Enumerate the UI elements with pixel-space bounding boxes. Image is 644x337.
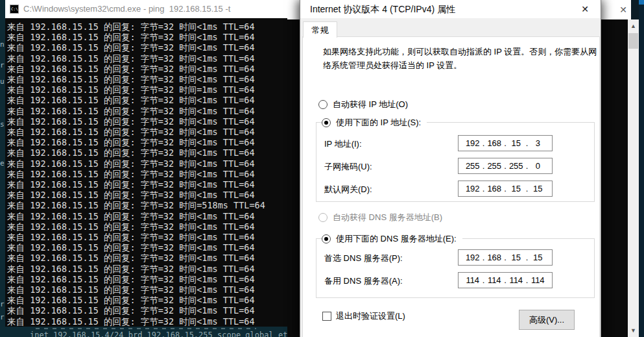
behind-window-scrollbar[interactable]: ▲ ▼	[628, 19, 639, 337]
validate-settings-row: 退出时验证设置(L)	[322, 310, 405, 322]
dialog-title: Internet 协议版本 4 (TCP/IPv4) 属性	[310, 4, 455, 16]
field-label: 子网掩码(U):	[324, 161, 372, 173]
background-terminal-text: inet 192.168.15.4/24 brd 192.168.15.255 …	[30, 331, 297, 337]
ip-octet[interactable]: 114	[486, 275, 504, 285]
ping-reply-line: 来自 192.168.15.15 的回复: 字节=32 时间<1ms TTL=6…	[7, 179, 287, 190]
ip-address-input[interactable]: 255.255.255.0	[458, 158, 553, 174]
radio-icon[interactable]	[318, 100, 328, 109]
radio-manual-ip-label: 使用下面的 IP 地址(S):	[336, 117, 421, 129]
ping-reply-line: 来自 192.168.15.15 的回复: 字节=32 时间<1ms TTL=6…	[7, 53, 287, 64]
ip-octet[interactable]: 15	[529, 253, 547, 262]
radio-auto-ip[interactable]: 自动获得 IP 地址(O)	[318, 99, 408, 110]
ping-reply-line: 来自 192.168.15.15 的回复: 字节=32 时间<1ms TTL=6…	[7, 316, 287, 327]
ip-address-input[interactable]: 192.168.15.15	[458, 181, 553, 197]
scroll-up-icon[interactable]: ▲	[628, 21, 639, 32]
ip-octet[interactable]: 168	[486, 253, 504, 262]
cmd-titlebar[interactable]: C:\ C:\Windows\system32\cmd.exe - ping 1…	[5, 0, 287, 18]
ip-address-input[interactable]: 114.114.114.114	[458, 272, 553, 288]
ping-reply-line: 来自 192.168.15.15 的回复: 字节=32 时间=1ms TTL=6…	[7, 84, 287, 95]
ping-reply-line: 来自 192.168.15.15 的回复: 字节=32 时间<1ms TTL=6…	[7, 253, 287, 263]
ip-octet[interactable]: 114	[464, 275, 482, 285]
ping-reply-line: 来自 192.168.15.15 的回复: 字节=32 时间<1ms TTL=6…	[7, 127, 287, 137]
radio-auto-ip-label: 自动获得 IP 地址(O)	[333, 99, 408, 110]
background-right-edge-strip	[639, 0, 644, 337]
ip-octet[interactable]: 255	[464, 161, 482, 171]
ping-reply-line: 来自 192.168.15.15 的回复: 字节=32 时间<1ms TTL=6…	[7, 64, 287, 74]
cmd-output[interactable]: 来自 192.168.15.15 的回复: 字节=32 时间<1ms TTL=6…	[5, 18, 287, 327]
ip-octet[interactable]: 255	[507, 161, 525, 171]
tab-strip: 常规	[300, 18, 601, 37]
ping-reply-line: 来自 192.168.15.15 的回复: 字节=32 时间<1ms TTL=6…	[7, 169, 287, 179]
ip-octet[interactable]: 3	[529, 138, 547, 148]
ping-reply-line: 来自 192.168.15.15 的回复: 字节=32 时间<1ms TTL=6…	[7, 221, 287, 232]
background-terminal-left-strip: nruserr	[0, 0, 5, 337]
dialog-titlebar[interactable]: Internet 协议版本 4 (TCP/IPv4) 属性 ✕	[300, 0, 601, 18]
ping-reply-line: 来自 192.168.15.15 的回复: 字节=32 时间<1ms TTL=6…	[7, 106, 287, 116]
background-terminal-letter: n	[0, 40, 5, 49]
dns-settings-group: 使用下面的 DNS 服务器地址(E): 首选 DNS 服务器(P):192.16…	[316, 238, 595, 298]
ping-reply-line: 来自 192.168.15.15 的回复: 字节=32 时间<1ms TTL=6…	[7, 284, 287, 295]
ip-octet[interactable]: 15	[507, 184, 525, 193]
radio-selected-icon[interactable]	[322, 118, 331, 127]
field-label: 备用 DNS 服务器(A):	[324, 275, 403, 287]
ip-address-input[interactable]: 192.168.15.15	[458, 249, 553, 266]
ping-reply-line: 来自 192.168.15.15 的回复: 字节=32 时间<1ms TTL=6…	[7, 305, 287, 316]
ip-octet[interactable]: 168	[486, 138, 504, 148]
ip-octet[interactable]: 255	[486, 161, 504, 171]
ping-reply-line: 来自 192.168.15.15 的回复: 字节=32 时间<1ms TTL=6…	[7, 158, 287, 169]
ping-reply-line: 来自 192.168.15.15 的回复: 字节=32 时间<1ms TTL=6…	[7, 190, 287, 200]
ip-octet[interactable]: 15	[507, 138, 525, 148]
ip-settings-group: 使用下面的 IP 地址(S): IP 地址(I):192.168.15.3子网掩…	[316, 122, 595, 202]
ip-octet[interactable]: 168	[486, 184, 504, 193]
ip-octet[interactable]: 114	[529, 275, 547, 285]
cmd-window: C:\ C:\Windows\system32\cmd.exe - ping 1…	[5, 0, 287, 327]
ip-address-input[interactable]: 192.168.15.3	[458, 135, 553, 151]
field-label: 首选 DNS 服务器(P):	[324, 253, 403, 264]
tab-page-general: 如果网络支持此功能，则可以获取自动指派的 IP 设置。否则，你需要从网 络系统管…	[302, 36, 600, 337]
description-line-1: 如果网络支持此功能，则可以获取自动指派的 IP 设置。否则，你需要从网	[323, 45, 597, 58]
radio-selected-icon[interactable]	[322, 234, 331, 243]
radio-auto-dns-label: 自动获得 DNS 服务器地址(B)	[333, 212, 442, 223]
radio-disabled-icon[interactable]	[318, 213, 328, 222]
description-line-2: 络系统管理员处获得适当的 IP 设置。	[323, 58, 462, 72]
background-terminal-letter: e	[0, 159, 5, 168]
radio-auto-dns[interactable]: 自动获得 DNS 服务器地址(B)	[318, 212, 442, 223]
tab-general[interactable]: 常规	[303, 21, 337, 38]
radio-manual-dns-label: 使用下面的 DNS 服务器地址(E):	[336, 233, 457, 245]
radio-manual-ip[interactable]: 使用下面的 IP 地址(S):	[322, 117, 427, 129]
dialog-close-icon[interactable]: ✕	[578, 3, 591, 16]
cmd-prompt-icon: C:\	[10, 5, 19, 14]
ping-reply-line: 来自 192.168.15.15 的回复: 字节=32 时间<1ms TTL=6…	[7, 264, 287, 274]
field-label: 默认网关(D):	[324, 184, 372, 195]
scroll-down-icon[interactable]: ▼	[628, 325, 639, 336]
screen: nruserr C:\ C:\Windows\system32\cmd.exe …	[0, 0, 644, 337]
field-row: 默认网关(D):192.168.15.15	[316, 181, 594, 197]
ip-octet[interactable]: 15	[529, 184, 547, 193]
ping-reply-line: 来自 192.168.15.15 的回复: 字节=32 时间<1ms TTL=6…	[7, 74, 287, 84]
ping-reply-line: 来自 192.168.15.15 的回复: 字节=32 时间<1ms TTL=6…	[7, 274, 287, 284]
ping-reply-line: 来自 192.168.15.15 的回复: 字节=32 时间=518ms TTL…	[7, 200, 287, 210]
ip-octet[interactable]: 192	[464, 184, 482, 193]
ip-octet[interactable]: 192	[464, 253, 482, 262]
advanced-button[interactable]: 高级(V)...	[519, 310, 575, 330]
ip-octet[interactable]: 114	[507, 275, 525, 285]
field-row: 子网掩码(U):255.255.255.0	[316, 158, 594, 174]
ip-octet[interactable]: 15	[507, 253, 525, 262]
ip-octet[interactable]: 0	[529, 161, 547, 171]
ping-reply-line: 来自 192.168.15.15 的回复: 字节=32 时间<1ms TTL=6…	[7, 147, 287, 158]
behind-window-close-icon[interactable]: ✕	[617, 4, 630, 16]
radio-manual-dns[interactable]: 使用下面的 DNS 服务器地址(E):	[322, 233, 462, 245]
ping-reply-line: 来自 192.168.15.15 的回复: 字节=32 时间<1ms TTL=6…	[7, 116, 287, 127]
background-terminal-faint-line	[36, 328, 256, 329]
background-terminal-letter: r	[0, 300, 5, 308]
background-terminal-letter: r	[0, 61, 5, 69]
field-label: IP 地址(I):	[324, 138, 362, 150]
ping-reply-line: 来自 192.168.15.15 的回复: 字节=32 时间<1ms TTL=6…	[7, 21, 287, 32]
cmd-window-title: C:\Windows\system32\cmd.exe - ping 192.1…	[23, 4, 230, 14]
background-terminal-bottom-strip: inet 192.168.15.4/24 brd 192.168.15.255 …	[0, 327, 300, 337]
validate-checkbox[interactable]	[322, 312, 331, 321]
ip-octet[interactable]: 192	[464, 138, 482, 148]
field-row: 首选 DNS 服务器(P):192.168.15.15	[316, 249, 594, 266]
behind-window-corner	[631, 0, 639, 19]
scrollbar-thumb[interactable]	[628, 33, 638, 49]
